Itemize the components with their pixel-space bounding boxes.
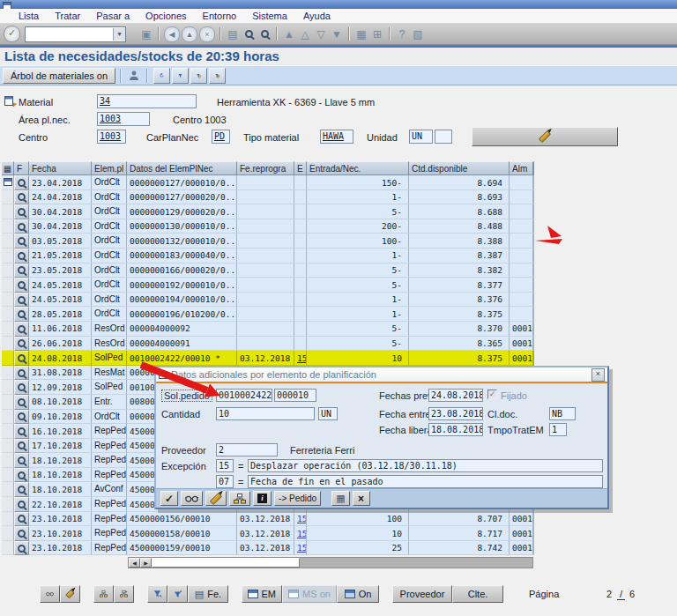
exception-link[interactable]: 15 [297, 529, 307, 538]
proveedor-button[interactable]: Proveedor [392, 585, 452, 603]
row-detail-button[interactable] [14, 424, 29, 439]
edit-button-footer[interactable] [60, 585, 80, 603]
order-report-button-2[interactable] [114, 585, 134, 603]
exit-icon[interactable]: ▲ [182, 26, 197, 42]
exception-link[interactable]: 15 [297, 514, 307, 523]
customize-icon[interactable]: ▧ [410, 26, 426, 41]
scrollbar-thumb[interactable] [152, 558, 300, 568]
row-detail-button[interactable] [14, 190, 29, 205]
command-list-icon[interactable]: ▾ [113, 28, 125, 41]
excepcion-2-texto-field[interactable]: Fecha de fin en el pasado [248, 475, 603, 488]
filter-material-button[interactable] [190, 68, 207, 84]
menu-pasar-a[interactable]: Pasar a [88, 10, 138, 23]
page-up-icon[interactable]: △ [297, 26, 313, 41]
cantidad-um-field[interactable]: UN [318, 407, 338, 420]
filter-delete-button[interactable] [167, 585, 188, 603]
fecha-liberac-field[interactable]: 18.08.2018 [428, 423, 483, 436]
row-detail-button[interactable] [14, 410, 29, 425]
row-detail-button[interactable] [14, 439, 29, 454]
solpedido-number-field[interactable]: 0010002422 [216, 389, 272, 402]
command-field[interactable] [26, 28, 113, 41]
unidad-extra-field[interactable] [435, 130, 452, 144]
row-detail-button[interactable] [14, 307, 29, 322]
back-icon[interactable]: ◀ [164, 26, 180, 42]
row-detail-button[interactable] [14, 249, 29, 263]
excepcion-2-codigo-field[interactable]: 07 [216, 475, 234, 488]
enter-button[interactable]: ✓ [4, 26, 20, 42]
fijado-checkbox[interactable]: ✓ [487, 390, 497, 399]
tipo-material-field[interactable]: HAWA [320, 130, 353, 144]
row-detail-button[interactable] [14, 380, 29, 395]
row-detail-button[interactable] [14, 175, 29, 190]
row-detail-button[interactable] [14, 234, 29, 249]
pedido-button[interactable]: -> Pedido [274, 491, 321, 506]
create-shortcut-icon[interactable]: ▦ [353, 26, 369, 41]
menu-entorno[interactable]: Entorno [195, 10, 245, 23]
menu-sistema[interactable]: Sistema [244, 10, 295, 23]
area-field[interactable]: 1003 [97, 112, 150, 126]
cantidad-field[interactable]: 10 [216, 407, 315, 420]
row-detail-button[interactable] [14, 219, 29, 234]
row-detail-button[interactable] [14, 263, 29, 278]
fe-button[interactable]: ▤ Fe. [188, 585, 228, 603]
fecha-entrega-field[interactable]: 23.08.2018 [428, 407, 483, 420]
menu-ayuda[interactable]: Ayuda [295, 10, 338, 23]
vendor-person-icon[interactable] [126, 68, 142, 83]
row-detail-button[interactable] [14, 278, 29, 293]
row-detail-button[interactable] [14, 351, 29, 366]
excepcion-1-codigo-field[interactable]: 15 [216, 459, 234, 472]
row-detail-button[interactable] [14, 395, 29, 410]
find-next-icon[interactable] [257, 26, 272, 41]
filter-segment-button[interactable] [209, 68, 226, 84]
proveedor-field[interactable]: 2 [216, 443, 278, 456]
horizontal-scrollbar[interactable]: ◀ ▶ [128, 557, 533, 568]
centro-field[interactable]: 1003 [97, 130, 126, 144]
row-detail-button[interactable] [14, 497, 29, 512]
edit-element-button[interactable] [205, 491, 227, 506]
dialog-titlebar[interactable]: Datos adicionales por elemento de planif… [156, 367, 607, 383]
materials-tree-button[interactable]: Árbol de materiales on [3, 68, 115, 84]
filter-button[interactable] [172, 68, 189, 84]
on-button[interactable]: On [337, 585, 379, 603]
display-button[interactable] [40, 585, 60, 603]
last-page-icon[interactable]: ▼ [329, 26, 345, 41]
overview-tree-button[interactable] [3, 94, 18, 108]
carplannec-field[interactable]: PD [212, 130, 230, 144]
info-button[interactable]: i [253, 491, 272, 506]
confirm-button[interactable]: ✓ [160, 491, 178, 506]
cancel-icon[interactable]: × [199, 26, 215, 42]
tmpo-trat-em-field[interactable]: 1 [549, 423, 567, 436]
save-icon[interactable]: ▣ [138, 26, 154, 41]
row-detail-button[interactable] [14, 204, 29, 219]
close-icon[interactable]: × [591, 368, 605, 382]
row-detail-button[interactable] [14, 293, 29, 308]
row-detail-button[interactable] [14, 337, 29, 352]
menu-opciones[interactable]: Opciones [138, 10, 194, 23]
order-report-button-1[interactable] [93, 585, 114, 603]
row-detail-button[interactable] [14, 512, 29, 527]
table-corner-button[interactable]: ▦ [2, 161, 14, 175]
excepcion-1-texto-field[interactable]: Desplazar operación (03.12.18/30.11.18) [248, 459, 603, 472]
edit-button[interactable] [472, 127, 618, 146]
menu-lista[interactable]: Lista [11, 10, 47, 23]
cl-doc-field[interactable]: NB [549, 407, 576, 420]
solpedido-item-field[interactable]: 000010 [274, 389, 316, 402]
unidad-field[interactable]: UN [409, 130, 433, 144]
refresh-button[interactable] [153, 68, 170, 84]
scroll-right-icon[interactable]: ▶ [140, 558, 152, 568]
row-detail-button[interactable] [14, 526, 29, 541]
order-report-button[interactable] [229, 491, 250, 506]
new-session-icon[interactable]: ⊞ [369, 26, 385, 41]
cancel-button[interactable]: × [353, 491, 370, 506]
print-preview-button[interactable]: ▦ [331, 491, 349, 506]
fechas-previst-field[interactable]: 24.08.2018 [428, 389, 483, 402]
display-element-button[interactable] [181, 491, 203, 506]
exception-link[interactable]: 15 [297, 543, 307, 553]
menu-tratar[interactable]: Tratar [47, 10, 88, 23]
row-detail-button[interactable] [14, 453, 29, 468]
row-detail-button[interactable] [14, 322, 29, 337]
first-page-icon[interactable]: ▲ [281, 26, 297, 41]
page-down-icon[interactable]: ▽ [313, 26, 329, 41]
em-button[interactable]: EM [242, 585, 282, 603]
ms-on-button[interactable]: MS on [282, 585, 337, 603]
